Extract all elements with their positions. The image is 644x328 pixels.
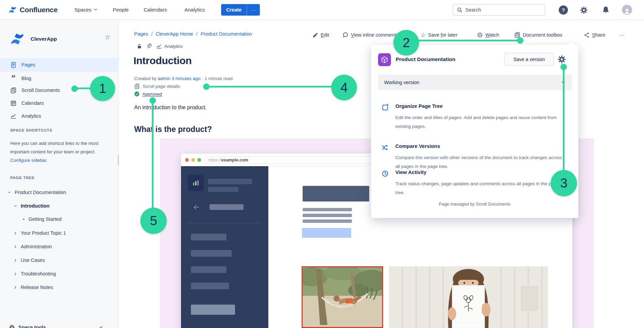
page-icon	[10, 62, 17, 68]
nav-calendars[interactable]: Calendars	[144, 0, 167, 19]
star-icon: ☆	[421, 32, 426, 38]
mockup-divider	[188, 223, 262, 224]
page-meta-icons: Analytics	[137, 43, 183, 49]
breadcrumb-separator: /	[151, 31, 153, 37]
view-activity-desc: Track status changes, page updates and c…	[395, 179, 567, 197]
tree-item-your-product-topic-1[interactable]: Your Product Topic 1	[14, 229, 66, 237]
breadcrumb: Pages / CleverApp Home / Product Documen…	[134, 31, 252, 37]
tree-item-administration[interactable]: Administration	[14, 243, 52, 251]
space-header[interactable]: CleverApp	[10, 31, 57, 47]
nav-analytics[interactable]: Analytics	[184, 0, 205, 19]
compare-versions-desc: Compare this version with other versions…	[395, 153, 567, 171]
create-button[interactable]: Create	[221, 4, 247, 16]
chevron-right-icon	[14, 286, 17, 289]
tree-item-release-notes[interactable]: Release Notes	[14, 283, 53, 291]
placeholder-block-blue	[302, 228, 351, 238]
sidebar-item-pages[interactable]: Pages	[0, 58, 119, 72]
callout-3-line	[563, 67, 565, 171]
shortcuts-text: Here you can add shortcut links to the m…	[10, 141, 99, 154]
callout-5-dot	[149, 97, 156, 104]
nav-people[interactable]: People	[113, 0, 129, 19]
edit-button[interactable]: Edit	[312, 31, 329, 39]
space-logo-icon	[10, 31, 25, 47]
callout-5-circle: 5	[140, 208, 167, 234]
mockup-sidebar	[181, 166, 268, 328]
breadcrumb-product-documentation[interactable]: Product Documentation	[201, 31, 252, 37]
placeholder-bar	[191, 283, 229, 289]
url-host: example.com	[221, 158, 248, 162]
view-inline-comments-button[interactable]: View inline comments	[342, 31, 398, 39]
version-select[interactable]: Working version	[378, 75, 572, 90]
tree-item-product-documentation[interactable]: Product Documentation	[7, 188, 66, 196]
notifications-bell-icon[interactable]	[602, 6, 610, 14]
scroll-page-details[interactable]: Scroll page details	[134, 83, 180, 89]
confluence-logo-icon	[8, 5, 17, 14]
search-box	[453, 4, 545, 16]
space-shortcuts-header: SPACE SHORTCUTS	[10, 128, 52, 132]
byline: Created by admin 3 minutes ago · 1 minut…	[134, 76, 233, 81]
sidebar-resize-handle[interactable]	[118, 155, 119, 166]
mini-bar-chart-icon	[192, 179, 200, 187]
create-more-button[interactable]: ···	[247, 4, 260, 16]
tree-item-troubleshooting[interactable]: Troubleshooting	[14, 270, 56, 278]
attachment-paperclip-icon[interactable]	[146, 43, 152, 49]
mockup-app-logo	[187, 175, 204, 191]
tree-item-use-cases[interactable]: Use Cases	[14, 256, 45, 264]
share-button[interactable]: Share	[584, 31, 605, 39]
gear-icon	[9, 324, 15, 328]
watch-button[interactable]: Watch	[477, 31, 499, 39]
space-shortcuts-text: Here you can add shortcut links to the m…	[10, 139, 111, 165]
search-input[interactable]	[465, 7, 533, 13]
share-icon	[584, 32, 590, 38]
callout-1-circle: 1	[90, 76, 115, 101]
callout-3-circle: 3	[551, 170, 577, 196]
breadcrumb-cleverapp-home[interactable]: CleverApp Home	[156, 31, 193, 37]
save-a-version-button[interactable]: Save a version	[504, 53, 554, 65]
placeholder-bar	[208, 179, 252, 184]
space-tools-button[interactable]: Space tools	[9, 324, 46, 328]
ellipsis-icon: ···	[619, 32, 625, 38]
breadcrumb-separator: /	[196, 31, 198, 37]
byline-separator: ·	[202, 76, 203, 81]
page-analytics-button[interactable]: Analytics	[156, 43, 183, 49]
unlock-icon[interactable]	[137, 43, 142, 49]
approved-link[interactable]: Approved	[142, 92, 162, 97]
tree-item-getting-started[interactable]: • Getting Started	[22, 215, 61, 223]
scroll-documents-icon	[10, 87, 17, 94]
scroll-document-icon	[134, 83, 140, 89]
organize-page-tree-item[interactable]: Organize Page Tree	[395, 103, 443, 109]
tree-item-introduction[interactable]: Introduction	[14, 202, 50, 210]
page-title: Introduction	[133, 55, 192, 66]
configure-sidebar-link[interactable]: Configure sidebar.	[10, 158, 48, 163]
brand-name: Confluence	[20, 6, 57, 14]
help-button[interactable]: ?	[559, 5, 568, 15]
watch-eye-icon	[477, 32, 483, 38]
placeholder-bar	[303, 219, 352, 223]
flower-sketch-photo	[389, 266, 548, 328]
popup-footer: Page managed by Scroll Documents	[371, 201, 578, 207]
breadcrumb-pages[interactable]: Pages	[134, 31, 148, 37]
avatar[interactable]	[622, 5, 632, 15]
space-sidebar: CleverApp ☆ Pages ” Blog Scroll Document…	[0, 20, 119, 328]
byline-created-by: Created by	[134, 76, 158, 81]
create-split-button: Create ···	[221, 4, 260, 16]
placeholder-block	[303, 186, 369, 201]
favorite-star-icon[interactable]: ☆	[105, 33, 110, 41]
collapse-sidebar-icon[interactable]: «	[99, 324, 103, 328]
traffic-light-yellow	[191, 158, 195, 162]
compare-versions-item[interactable]: Compare Versions	[395, 143, 440, 149]
toolbox-settings-gear-icon[interactable]	[557, 55, 566, 64]
save-for-later-button[interactable]: ☆ Save for later	[421, 31, 458, 39]
view-activity-item[interactable]: View Activity	[395, 169, 427, 175]
popup-title: Product Documentation	[396, 56, 455, 62]
confluence-logo[interactable]: Confluence	[8, 0, 57, 19]
callout-4-line	[206, 86, 332, 88]
settings-gear-icon[interactable]	[580, 6, 588, 14]
more-actions-button[interactable]: ···	[619, 31, 625, 39]
sidebar-item-analytics[interactable]: Analytics	[0, 109, 119, 123]
author-link[interactable]: admin 3 minutes ago	[158, 76, 200, 81]
popup-caret	[567, 41, 575, 49]
nav-spaces[interactable]: Spaces	[74, 0, 98, 19]
intro-paragraph: An introduction to the product.	[134, 104, 207, 111]
hammock-photo	[302, 266, 383, 328]
